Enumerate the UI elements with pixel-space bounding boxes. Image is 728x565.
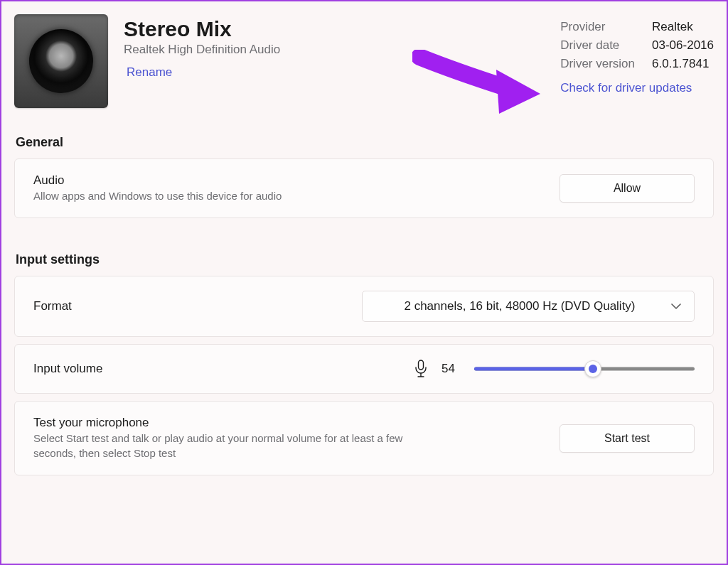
device-subtitle: Realtek High Definition Audio [124,43,545,57]
format-selected-value: 2 channels, 16 bit, 48000 Hz (DVD Qualit… [378,299,661,313]
start-test-button[interactable]: Start test [560,424,695,453]
input-volume-card: Input volume 54 [14,344,714,394]
input-volume-label: Input volume [33,362,399,376]
driver-version-label: Driver version [560,57,635,71]
input-settings-heading: Input settings [16,252,714,267]
rename-link[interactable]: Rename [127,65,172,80]
speaker-icon [29,29,93,93]
format-card: Format 2 channels, 16 bit, 48000 Hz (DVD… [14,276,714,337]
allow-button[interactable]: Allow [560,174,695,203]
device-header: Stereo Mix Realtek High Definition Audio… [14,14,714,108]
provider-label: Provider [560,20,635,34]
format-label: Format [33,299,348,313]
svg-rect-1 [419,360,424,370]
volume-slider[interactable] [474,362,695,376]
driver-version-value: 6.0.1.7841 [652,57,714,71]
audio-title: Audio [33,173,545,188]
driver-info: Provider Realtek Driver date 03-06-2016 … [560,14,714,95]
check-driver-updates-link[interactable]: Check for driver updates [560,81,714,95]
provider-value: Realtek [652,20,714,34]
device-name: Stereo Mix [124,17,545,41]
driver-date-label: Driver date [560,38,635,53]
driver-date-value: 03-06-2016 [652,38,714,53]
audio-card: Audio Allow apps and Windows to use this… [14,158,714,218]
device-title-block: Stereo Mix Realtek High Definition Audio… [124,14,545,80]
test-microphone-card: Test your microphone Select Start test a… [14,401,714,475]
chevron-down-icon [671,301,681,312]
audio-desc: Allow apps and Windows to use this devic… [33,189,432,203]
format-dropdown[interactable]: 2 channels, 16 bit, 48000 Hz (DVD Qualit… [362,291,695,322]
device-icon [14,14,108,108]
volume-value: 54 [441,362,461,376]
test-desc: Select Start test and talk or play audio… [33,431,432,461]
general-heading: General [16,135,714,150]
microphone-icon[interactable] [413,359,429,379]
slider-fill [474,367,593,371]
test-title: Test your microphone [33,416,545,430]
slider-thumb[interactable] [584,360,601,377]
